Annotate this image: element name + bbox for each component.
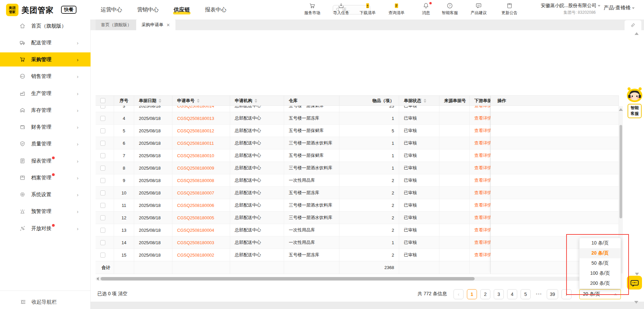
page-scroll-up-icon[interactable] [635, 32, 639, 35]
sidebar-item-档案管理[interactable]: 档案管理› [0, 171, 91, 185]
quick-query-list[interactable]: 查询清单 [385, 2, 408, 16]
nav-item-营销中心[interactable]: 营销中心 [137, 6, 159, 13]
sidebar-item-销售管理[interactable]: BUY销售管理› [0, 69, 91, 83]
view-detail-link[interactable]: 查看详情 [474, 190, 492, 196]
nav-item-报表中心[interactable]: 报表中心 [205, 6, 226, 13]
vertical-scrollbar-thumb[interactable] [620, 125, 622, 218]
select-all-checkbox[interactable] [100, 98, 105, 103]
page-button-2[interactable]: 2 [480, 289, 490, 299]
page-size-select[interactable]: 20 条/页 [579, 289, 621, 299]
order-no-link[interactable]: CGSQ2508180008 [177, 178, 214, 183]
close-icon[interactable]: ✕ [166, 23, 170, 28]
quick-suggestion[interactable]: 产品建议 [468, 2, 490, 16]
quick-import[interactable]: 导入任务 [330, 2, 352, 16]
quick-announcement[interactable]: 更新公告 [498, 2, 521, 16]
order-no-link[interactable]: CGSQ2508180014 [177, 106, 214, 108]
order-no-link[interactable]: CGSQ2508180009 [177, 166, 214, 171]
row-checkbox[interactable] [100, 128, 105, 133]
smart-service-mascot[interactable]: 智能 客服 [626, 88, 643, 118]
horizontal-scrollbar-thumb[interactable] [101, 277, 475, 280]
view-detail-link[interactable]: 查看详情 [474, 239, 492, 246]
view-detail-link[interactable]: 查看详情 [474, 252, 492, 258]
quick-market-cart[interactable]: 服务市场 [301, 2, 323, 16]
row-checkbox[interactable] [100, 178, 105, 183]
quick-download-list[interactable]: 下载清单 [357, 2, 379, 16]
sidebar-item-库存管理[interactable]: 库存管理› [0, 103, 91, 117]
row-checkbox[interactable] [100, 106, 105, 108]
page-size-option-200 条/页[interactable]: 200 条/页 [580, 278, 621, 289]
row-checkbox[interactable] [100, 166, 105, 171]
nav-item-运营中心[interactable]: 运营中心 [101, 6, 122, 13]
company-switcher[interactable]: 安徽蒸小皖...股份有限公司 集团号: 83202086 [523, 3, 600, 15]
sort-icons[interactable] [255, 99, 257, 103]
sidebar-item-采购管理[interactable]: 采购管理› [0, 52, 91, 67]
view-detail-link[interactable]: 查看详情 [474, 177, 492, 183]
row-checkbox[interactable] [100, 190, 105, 195]
view-detail-link[interactable]: 查看详情 [474, 140, 492, 146]
nav-item-供应链[interactable]: 供应链 [174, 6, 190, 13]
scroll-left-icon[interactable] [97, 277, 99, 280]
tab-home[interactable]: 首页（旗舰版） [96, 19, 137, 30]
row-checkbox[interactable] [100, 253, 105, 258]
sidebar-item-生产管理[interactable]: 生产管理› [0, 86, 91, 100]
page-size-option-50 条/页[interactable]: 50 条/页 [580, 258, 621, 268]
tab-purchase-request[interactable]: 采购申请单 ✕ [136, 19, 175, 30]
feedback-chat-button[interactable] [627, 276, 642, 290]
sort-icons[interactable] [197, 99, 200, 103]
order-no-link[interactable]: CGSQ2508180013 [177, 116, 214, 121]
next-page-button[interactable]: › [561, 289, 572, 299]
clear-tabs-button[interactable] [625, 20, 641, 30]
row-checkbox[interactable] [100, 240, 105, 245]
view-detail-link[interactable]: 查看详情 [474, 215, 492, 221]
order-no-link[interactable]: CGSQ2508180011 [177, 141, 214, 146]
order-no-link[interactable]: CGSQ2508180006 [177, 203, 214, 208]
order-no-link[interactable]: CGSQ2508180002 [177, 253, 214, 258]
sidebar-item-预警管理[interactable]: 预警管理› [0, 204, 91, 218]
page-scroll-down-icon[interactable] [634, 301, 638, 304]
page-button-5[interactable]: 5 [521, 289, 531, 299]
page-button-1[interactable]: 1 [467, 289, 477, 299]
sidebar-item-首页（旗舰版）[interactable]: 首页（旗舰版） [0, 19, 91, 33]
sidebar-item-财务管理[interactable]: 财务管理› [0, 120, 91, 134]
row-checkbox[interactable] [100, 203, 105, 208]
order-no-link[interactable]: CGSQ2508180010 [177, 153, 214, 158]
sidebar-item-开放对接[interactable]: 开放对接› [0, 221, 91, 235]
scroll-up-icon[interactable] [619, 108, 623, 111]
quick-question[interactable]: ?智能客服 [439, 2, 461, 16]
sidebar-item-质量管理[interactable]: 质量管理› [0, 137, 91, 151]
page-button-3[interactable]: 3 [494, 289, 504, 299]
page-size-option-20 条/页[interactable]: 20 条/页 [580, 248, 621, 258]
order-no-link[interactable]: CGSQ2508180004 [177, 228, 214, 233]
horizontal-scrollbar[interactable] [96, 277, 619, 281]
clear-selection-link[interactable]: 清空 [118, 291, 127, 297]
view-detail-link[interactable]: 查看详情 [474, 202, 492, 208]
quick-bell[interactable]: 消息 [415, 2, 437, 16]
sort-icons[interactable] [159, 99, 161, 103]
order-no-link[interactable]: CGSQ2508180003 [177, 240, 214, 245]
view-detail-link[interactable]: 查看详情 [474, 128, 492, 134]
view-detail-link[interactable]: 查看详情 [474, 227, 492, 233]
page-size-option-100 条/页[interactable]: 100 条/页 [580, 268, 621, 278]
order-no-link[interactable]: CGSQ2508180012 [177, 128, 214, 133]
page-size-option-10 条/页[interactable]: 10 条/页 [580, 238, 621, 248]
sidebar-item-配送管理[interactable]: 配送管理› [0, 36, 91, 50]
view-detail-link[interactable]: 查看详情 [474, 115, 492, 121]
row-checkbox[interactable] [100, 141, 105, 146]
page-button-4[interactable]: 4 [507, 289, 517, 299]
sort-icons[interactable] [424, 99, 426, 103]
collapse-nav-button[interactable]: 收起导航栏 [0, 295, 91, 309]
scroll-down-icon[interactable] [635, 273, 639, 275]
order-no-link[interactable]: CGSQ2508180007 [177, 190, 214, 195]
header-select-all-cell[interactable] [96, 96, 114, 105]
row-checkbox[interactable] [100, 153, 105, 158]
row-checkbox[interactable] [100, 228, 105, 233]
user-menu[interactable]: 产品-查锋锋 [604, 5, 635, 11]
view-detail-link[interactable]: 查看详情 [474, 106, 492, 109]
view-detail-link[interactable]: 查看详情 [474, 152, 492, 159]
page-button-39[interactable]: 39 [547, 289, 558, 299]
sidebar-item-报表管理[interactable]: 报表管理› [0, 154, 91, 168]
row-checkbox[interactable] [100, 116, 105, 121]
view-detail-link[interactable]: 查看详情 [474, 165, 492, 171]
order-no-link[interactable]: CGSQ2508180005 [177, 215, 214, 220]
row-checkbox[interactable] [100, 215, 105, 220]
